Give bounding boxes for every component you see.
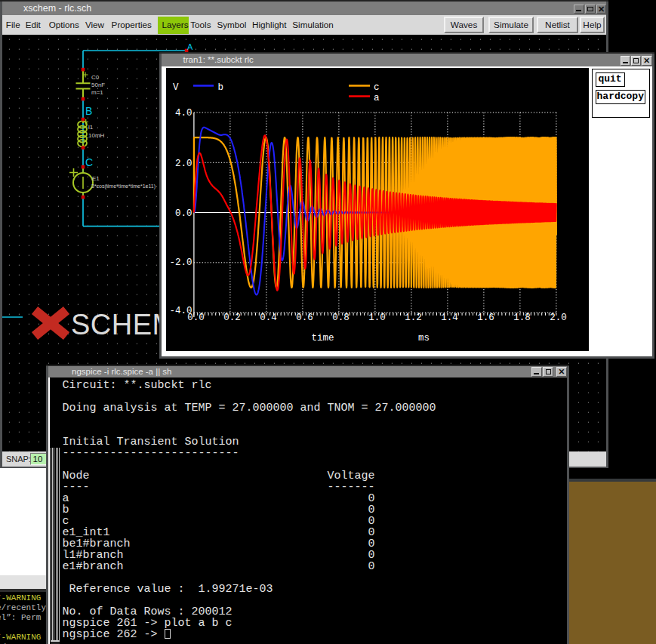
svg-text:3*cos(time*time*time*1e11): 3*cos(time*time*time*1e11) — [91, 183, 156, 190]
svg-text:1.8: 1.8 — [513, 313, 531, 323]
svg-text:b: b — [218, 82, 224, 92]
svg-text:A: A — [187, 42, 193, 51]
svg-text:0.8: 0.8 — [332, 313, 350, 323]
svg-text:0.2: 0.2 — [223, 313, 241, 323]
svg-text:V: V — [173, 82, 179, 92]
svg-text:m=1: m=1 — [91, 89, 103, 96]
svg-text:E1: E1 — [92, 175, 100, 182]
svg-text:l1: l1 — [88, 124, 94, 131]
svg-text:2.0: 2.0 — [550, 313, 567, 323]
svg-text:4.0: 4.0 — [175, 108, 192, 119]
svg-text:10mH: 10mH — [88, 132, 105, 139]
svg-text:50nF: 50nF — [91, 82, 105, 88]
svg-text:1.6: 1.6 — [477, 313, 494, 323]
svg-text:C0: C0 — [91, 74, 100, 81]
svg-text:2.0: 2.0 — [175, 158, 192, 168]
svg-text:a: a — [374, 92, 380, 103]
svg-text:c: c — [374, 82, 380, 92]
svg-text:0.0: 0.0 — [175, 208, 192, 218]
svg-text:0.6: 0.6 — [296, 313, 313, 323]
svg-text:0.0: 0.0 — [187, 313, 205, 323]
svg-text:time: time — [311, 332, 334, 343]
svg-text:1.4: 1.4 — [441, 313, 458, 323]
svg-text:1.2: 1.2 — [405, 313, 422, 323]
svg-text:0.4: 0.4 — [260, 313, 277, 323]
svg-text:ms: ms — [418, 332, 430, 343]
svg-text:B: B — [85, 105, 92, 117]
svg-text:C: C — [85, 156, 93, 168]
svg-text:-2.0: -2.0 — [169, 257, 192, 267]
svg-text:1.0: 1.0 — [368, 313, 386, 323]
